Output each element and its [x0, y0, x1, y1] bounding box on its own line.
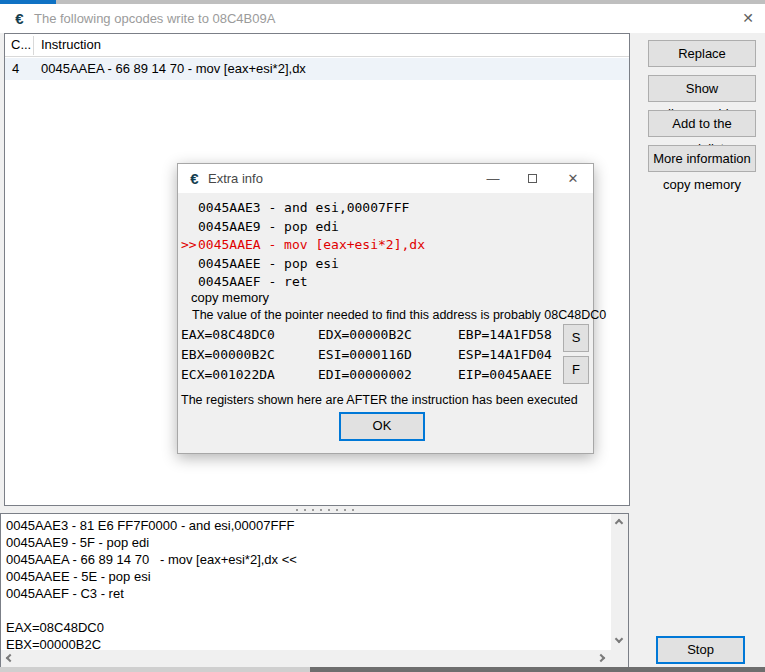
opcode-context-block: 0045AAE3 - and esi,00007FFF 0045AAE9 - p… — [181, 199, 425, 292]
more-information-button[interactable]: More information — [648, 145, 756, 172]
scroll-left-icon[interactable] — [1, 650, 18, 667]
maximize-icon[interactable] — [513, 164, 553, 193]
table-row[interactable]: 4 0045AAEA - 66 89 14 70 - mov [eax+esi*… — [5, 58, 629, 80]
add-to-codelist-button[interactable]: Add to the codelist — [648, 110, 756, 137]
replace-button[interactable]: Replace — [648, 40, 756, 67]
register-value: EBX=00000B2C — [181, 345, 318, 365]
memo-text: 0045AAE3 - 81 E6 FF7F0000 - and esi,0000… — [6, 517, 608, 653]
column-header-count[interactable]: C... — [11, 37, 31, 52]
show-disassembler-button[interactable]: Show disassembler — [648, 75, 756, 102]
register-value: EIP=0045AAEE — [458, 365, 578, 385]
background-window-bottom-edge — [0, 667, 765, 672]
splitter-handle[interactable] — [0, 505, 629, 513]
extra-info-dialog: € Extra info — ✕ 0045AAE3 - and esi,0000… — [177, 163, 594, 454]
opcode-list-header[interactable]: C... Instruction — [5, 34, 629, 57]
scroll-up-icon[interactable] — [611, 514, 628, 531]
scrollbar-corner — [611, 650, 628, 667]
details-memo[interactable]: 0045AAE3 - 81 E6 FF7F0000 - and esi,0000… — [0, 513, 629, 668]
ok-button[interactable]: OK — [339, 412, 425, 441]
register-value: EDX=00000B2C — [318, 325, 458, 345]
float-view-button[interactable]: F — [563, 356, 589, 384]
register-value: EAX=08C48DC0 — [181, 325, 318, 345]
scroll-right-icon[interactable] — [595, 650, 612, 667]
close-icon[interactable]: ✕ — [553, 164, 593, 193]
stack-view-button[interactable]: S — [563, 324, 589, 352]
close-icon[interactable]: ✕ — [731, 4, 765, 33]
register-value: ECX=001022DA — [181, 365, 318, 385]
register-value: EBP=14A1FD58 — [458, 325, 578, 345]
registers-grid: EAX=08C48DC0 EDX=00000B2C EBP=14A1FD58 E… — [181, 325, 581, 385]
vertical-scrollbar[interactable] — [611, 514, 628, 650]
window-title: The following opcodes write to 08C4B09A — [34, 11, 275, 26]
horizontal-scrollbar[interactable] — [1, 650, 612, 667]
opcode-line: 0045AAE9 - pop edi — [181, 218, 425, 237]
scroll-down-icon[interactable] — [611, 633, 628, 650]
opcode-line: 0045AAE3 - and esi,00007FFF — [181, 199, 425, 218]
register-value: ESP=14A1FD04 — [458, 345, 578, 365]
opcode-line-current: >>0045AAEA - mov [eax+esi*2],dx — [181, 236, 425, 255]
stop-button[interactable]: Stop — [656, 636, 745, 664]
minimize-icon[interactable]: — — [473, 164, 513, 193]
dialog-titlebar: € Extra info — ✕ — [178, 164, 593, 193]
cheat-engine-icon: € — [11, 10, 28, 27]
column-divider[interactable] — [33, 36, 34, 55]
copy-memory-label: copy memory — [648, 177, 756, 192]
main-titlebar: € The following opcodes write to 08C4B09… — [0, 4, 765, 33]
dialog-title: Extra info — [208, 171, 263, 186]
background-window-bottom-dark — [310, 667, 765, 672]
pointer-note: The value of the pointer needed to find … — [192, 308, 606, 322]
registers-note: The registers shown here are AFTER the i… — [181, 393, 578, 407]
row-instruction-cell: 0045AAEA - 66 89 14 70 - mov [eax+esi*2]… — [41, 61, 306, 76]
register-value: ESI=0000116D — [318, 345, 458, 365]
column-header-instruction[interactable]: Instruction — [41, 37, 101, 52]
register-value: EDI=00000002 — [318, 365, 458, 385]
row-count-cell: 4 — [12, 61, 19, 76]
splitter-grip-icon — [296, 509, 358, 511]
opcode-line: 0045AAEE - pop esi — [181, 255, 425, 274]
cheat-engine-icon: € — [186, 170, 203, 187]
copy-memory-label: copy memory — [191, 290, 269, 305]
